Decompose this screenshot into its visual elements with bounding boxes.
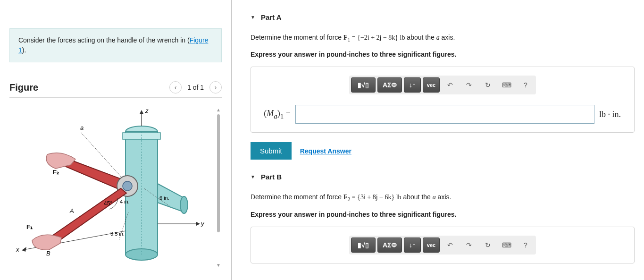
keyboard-button[interactable]: ⌨ bbox=[498, 77, 515, 93]
part-a-title: Part A bbox=[261, 13, 282, 21]
templates-button[interactable]: ▮√▯ bbox=[351, 238, 376, 253]
greek-button[interactable]: ΑΣΦ bbox=[377, 77, 402, 93]
problem-prompt: Consider the forces acting on the handle… bbox=[9, 28, 222, 62]
figure-image: z y x a F₂ bbox=[9, 103, 208, 264]
undo-button[interactable]: ↶ bbox=[442, 77, 459, 93]
dim-4in-label: 4 in. bbox=[120, 199, 130, 204]
point-b-label: B bbox=[46, 250, 50, 257]
request-answer-link[interactable]: Request Answer bbox=[300, 147, 351, 155]
vec-button[interactable]: vec bbox=[423, 238, 440, 253]
redo-button[interactable]: ↷ bbox=[460, 238, 477, 253]
scroll-track[interactable] bbox=[217, 114, 220, 261]
greek-button[interactable]: ΑΣΦ bbox=[377, 238, 402, 253]
figure-nav: ‹ 1 of 1 › bbox=[169, 81, 222, 93]
part-b-instruction: Express your answer in pound-inches to t… bbox=[251, 211, 635, 218]
reset-button[interactable]: ↻ bbox=[479, 77, 496, 93]
part-b-header[interactable]: ▼ Part B bbox=[251, 173, 635, 181]
dim-6in-label: 6 in. bbox=[159, 195, 169, 201]
force-f1-label: F₁ bbox=[26, 223, 33, 230]
svg-point-4 bbox=[180, 196, 188, 213]
part-a-question: Determine the moment of force F1 = {−2i … bbox=[251, 33, 635, 44]
vec-button[interactable]: vec bbox=[423, 77, 440, 93]
scroll-down-icon[interactable]: ▼ bbox=[216, 263, 221, 268]
prompt-text: Consider the forces acting on the handle… bbox=[18, 36, 190, 44]
part-b-answer-box: ▮√▯ ΑΣΦ ↓↑ vec ↶ ↷ ↻ ⌨ ? bbox=[251, 227, 635, 263]
svg-marker-9 bbox=[196, 222, 200, 226]
templates-button[interactable]: ▮√▯ bbox=[351, 77, 376, 93]
svg-marker-7 bbox=[140, 110, 143, 114]
axis-x-label: x bbox=[16, 246, 19, 253]
answer-row: (Ma)1 = lb · in. bbox=[258, 105, 627, 124]
undo-button[interactable]: ↶ bbox=[442, 238, 459, 253]
help-button[interactable]: ? bbox=[517, 238, 534, 253]
figure-divider bbox=[9, 97, 222, 98]
part-a-instruction: Express your answer in pound-inches to t… bbox=[251, 51, 635, 58]
part-a-answer-box: ▮√▯ ΑΣΦ ↓↑ vec ↶ ↷ ↻ ⌨ ? (Ma)1 = lb · in… bbox=[251, 67, 635, 133]
answer-unit: lb · in. bbox=[599, 110, 627, 119]
prompt-text-after: ). bbox=[22, 46, 26, 54]
subscript-button[interactable]: ↓↑ bbox=[404, 238, 421, 253]
submit-button[interactable]: Submit bbox=[251, 142, 292, 160]
figure-next-button[interactable]: › bbox=[209, 81, 222, 93]
axis-a-label: a bbox=[80, 124, 84, 131]
part-b-title: Part B bbox=[261, 173, 282, 181]
answer-label: (Ma)1 = bbox=[258, 109, 291, 120]
part-a-section: ▼ Part A Determine the moment of force F… bbox=[251, 13, 635, 160]
scroll-thumb[interactable] bbox=[217, 114, 220, 232]
equation-toolbar-b: ▮√▯ ΑΣΦ ↓↑ vec ↶ ↷ ↻ ⌨ ? bbox=[349, 236, 536, 255]
left-panel: Consider the forces acting on the handle… bbox=[0, 0, 231, 280]
answer-input[interactable] bbox=[295, 105, 594, 124]
submit-row: Submit Request Answer bbox=[251, 142, 635, 160]
collapse-icon: ▼ bbox=[251, 15, 255, 20]
figure-title: Figure bbox=[9, 82, 38, 93]
part-a-header[interactable]: ▼ Part A bbox=[251, 13, 635, 21]
part-b-question: Determine the moment of force F2 = {3i +… bbox=[251, 192, 635, 204]
svg-point-14 bbox=[123, 181, 132, 191]
figure-prev-button[interactable]: ‹ bbox=[169, 81, 182, 93]
figure-scrollbar[interactable]: ▲ ▼ bbox=[216, 107, 221, 268]
force-f2-label: F₂ bbox=[53, 169, 59, 176]
redo-button[interactable]: ↷ bbox=[460, 77, 477, 93]
axis-z-label: z bbox=[145, 107, 149, 114]
keyboard-button[interactable]: ⌨ bbox=[498, 238, 515, 253]
dim-35in-label: 3.5 in. bbox=[110, 231, 125, 237]
subscript-button[interactable]: ↓↑ bbox=[404, 77, 421, 93]
part-b-section: ▼ Part B Determine the moment of force F… bbox=[251, 173, 635, 263]
reset-button[interactable]: ↻ bbox=[479, 238, 496, 253]
point-a-label: A bbox=[69, 207, 74, 214]
scroll-up-icon[interactable]: ▲ bbox=[216, 107, 221, 112]
svg-marker-11 bbox=[22, 247, 26, 252]
help-button[interactable]: ? bbox=[517, 77, 534, 93]
equation-toolbar: ▮√▯ ΑΣΦ ↓↑ vec ↶ ↷ ↻ ⌨ ? bbox=[349, 76, 536, 94]
figure-area: z y x a F₂ bbox=[9, 103, 222, 273]
figure-header: Figure ‹ 1 of 1 › bbox=[9, 81, 222, 93]
right-panel: ▼ Part A Determine the moment of force F… bbox=[232, 0, 644, 280]
collapse-icon: ▼ bbox=[251, 174, 255, 179]
axis-y-label: y bbox=[201, 220, 205, 227]
figure-nav-label: 1 of 1 bbox=[184, 84, 207, 91]
angle-label: 45° bbox=[104, 200, 112, 207]
